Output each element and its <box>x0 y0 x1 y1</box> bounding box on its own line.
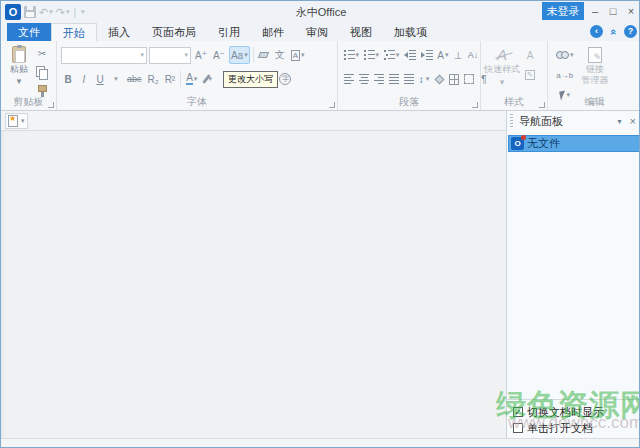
line-spacing-dropdown-icon[interactable]: ▾ <box>426 75 430 83</box>
font-color-button[interactable]: A▾ <box>184 70 199 88</box>
superscript-button[interactable]: R² <box>163 70 178 88</box>
styles-dialog-launcher[interactable] <box>539 102 545 108</box>
sort-button[interactable]: A↓ <box>466 46 480 64</box>
font-name-combobox[interactable]: ▾ <box>61 47 147 64</box>
minimize-button[interactable]: – <box>587 1 603 21</box>
font-dialog-launcher[interactable] <box>329 102 335 108</box>
bold-button[interactable]: B <box>61 70 75 88</box>
single-click-open-option[interactable]: 单击打开文档 <box>513 420 640 436</box>
highlight-button[interactable]: ▾ <box>201 70 215 88</box>
character-border-dropdown-icon[interactable]: ▾ <box>301 51 305 59</box>
undo-dropdown-icon[interactable]: ▾ <box>49 8 53 16</box>
clipboard-dialog-launcher[interactable] <box>48 102 54 108</box>
redo-dropdown-icon[interactable]: ▾ <box>66 8 70 16</box>
tab-addins[interactable]: 加载项 <box>383 23 438 41</box>
decrease-indent-button[interactable] <box>402 46 418 64</box>
nav-document-item[interactable]: O 无文件 <box>508 135 640 152</box>
clear-formatting-button[interactable] <box>257 46 271 64</box>
text-effects-dropdown-icon[interactable]: ▾ <box>445 51 449 59</box>
quick-styles-button[interactable]: A 快速样式 ▾ <box>481 44 523 94</box>
shading-button[interactable] <box>432 70 446 88</box>
align-center-icon <box>359 74 369 84</box>
styles-window-button[interactable]: A <box>523 46 537 64</box>
tab-insert[interactable]: 插入 <box>97 23 141 41</box>
subscript-button[interactable]: R₂ <box>146 70 161 88</box>
help-button[interactable]: ? <box>624 25 637 38</box>
single-click-open-checkbox[interactable] <box>513 423 523 433</box>
paragraph-dialog-launcher[interactable] <box>472 102 478 108</box>
multilevel-list-dropdown-icon[interactable]: ▾ <box>396 51 400 59</box>
new-style-button[interactable]: ✎ <box>523 66 537 84</box>
customize-qat-button[interactable]: ▾ <box>80 8 85 16</box>
replace-button[interactable]: a→b <box>554 66 576 84</box>
numbering-dropdown-icon[interactable]: ▾ <box>376 51 380 59</box>
document-workspace[interactable] <box>1 131 506 438</box>
find-button[interactable]: ▾ <box>554 46 576 64</box>
font-name-dropdown-icon[interactable]: ▾ <box>140 51 144 59</box>
find-dropdown-icon[interactable]: ▾ <box>570 51 574 59</box>
align-center-button[interactable] <box>357 70 371 88</box>
back-button[interactable]: ‹ <box>590 25 603 38</box>
show-on-switch-checkbox[interactable]: ✓ <box>513 407 523 417</box>
collapse-ribbon-button[interactable]: « <box>608 25 620 38</box>
tab-references[interactable]: 引用 <box>207 23 251 41</box>
underline-dropdown-button[interactable]: ▾ <box>109 70 123 88</box>
panel-close-icon[interactable]: × <box>630 115 636 127</box>
copy-button[interactable] <box>34 63 50 81</box>
panel-grip-handle[interactable] <box>510 114 513 128</box>
redo-button[interactable]: ↷▾ <box>56 6 70 19</box>
strikethrough-button[interactable]: abc <box>125 70 144 88</box>
line-spacing-button[interactable]: ↕▾ <box>417 70 431 88</box>
login-button[interactable]: 未登录 <box>542 2 584 20</box>
bullets-button[interactable]: ▾ <box>342 46 361 64</box>
grow-font-button[interactable]: A⁺ <box>193 46 209 64</box>
cut-button[interactable]: ✂ <box>34 44 50 62</box>
format-painter-button[interactable] <box>34 82 50 100</box>
distribute-button[interactable] <box>402 70 416 88</box>
phonetic-guide-button[interactable]: 文 <box>273 46 287 64</box>
paste-dropdown-icon[interactable]: ▾ <box>17 76 22 86</box>
shrink-font-button[interactable]: A⁻ <box>211 46 227 64</box>
font-size-combobox[interactable]: ▾ <box>149 47 191 64</box>
justify-button[interactable] <box>387 70 401 88</box>
close-button[interactable]: × <box>623 1 639 21</box>
justify-icon <box>389 74 399 84</box>
tab-home[interactable]: 开始 <box>51 23 97 41</box>
new-document-dropdown-icon[interactable]: ▾ <box>21 117 25 125</box>
increase-indent-button[interactable] <box>419 46 435 64</box>
select-button[interactable]: ▾ <box>554 86 576 104</box>
bullets-dropdown-icon[interactable]: ▾ <box>356 51 360 59</box>
change-case-button[interactable]: Aa▾ <box>229 46 250 64</box>
new-document-button[interactable]: ★ ▾ <box>5 113 28 129</box>
enclosed-character-button[interactable]: 字 <box>277 70 293 88</box>
panel-options-dropdown-icon[interactable]: ▾ <box>618 117 622 126</box>
underline-button[interactable]: U <box>93 70 107 88</box>
align-left-button[interactable] <box>342 70 356 88</box>
tab-review[interactable]: 审阅 <box>295 23 339 41</box>
tab-mailings[interactable]: 邮件 <box>251 23 295 41</box>
font-size-dropdown-icon[interactable]: ▾ <box>184 51 188 59</box>
italic-button[interactable]: I <box>77 70 91 88</box>
borders-button[interactable] <box>447 70 461 88</box>
tab-view[interactable]: 视图 <box>339 23 383 41</box>
character-border-button[interactable]: A▾ <box>289 46 307 64</box>
save-button[interactable] <box>24 6 36 18</box>
font-color-dropdown-icon[interactable]: ▾ <box>194 75 198 83</box>
show-on-switch-option[interactable]: ✓ 切换文档时显示 <box>513 404 640 420</box>
app-logo-icon[interactable]: O <box>5 4 21 20</box>
select-dropdown-icon[interactable]: ▾ <box>567 91 571 99</box>
maximize-button[interactable]: □ <box>605 1 621 21</box>
text-effects-button[interactable]: A▾ <box>436 46 450 64</box>
undo-button[interactable]: ↶▾ <box>39 6 53 19</box>
draw-border-button[interactable] <box>462 70 476 88</box>
multilevel-list-button[interactable]: ▾ <box>382 46 401 64</box>
link-manager-button[interactable]: ✎ 链接 管理器 <box>582 44 609 94</box>
quick-styles-dropdown-icon[interactable]: ▾ <box>500 77 505 87</box>
tab-file[interactable]: 文件 <box>7 23 51 41</box>
tab-stop-button[interactable]: ⊥ <box>451 46 465 64</box>
align-right-button[interactable] <box>372 70 386 88</box>
tab-page-layout[interactable]: 页面布局 <box>141 23 207 41</box>
change-case-dropdown-icon[interactable]: ▾ <box>244 51 248 59</box>
paste-button[interactable]: 粘贴 ▾ <box>4 44 34 90</box>
numbering-button[interactable]: ▾ <box>362 46 381 64</box>
